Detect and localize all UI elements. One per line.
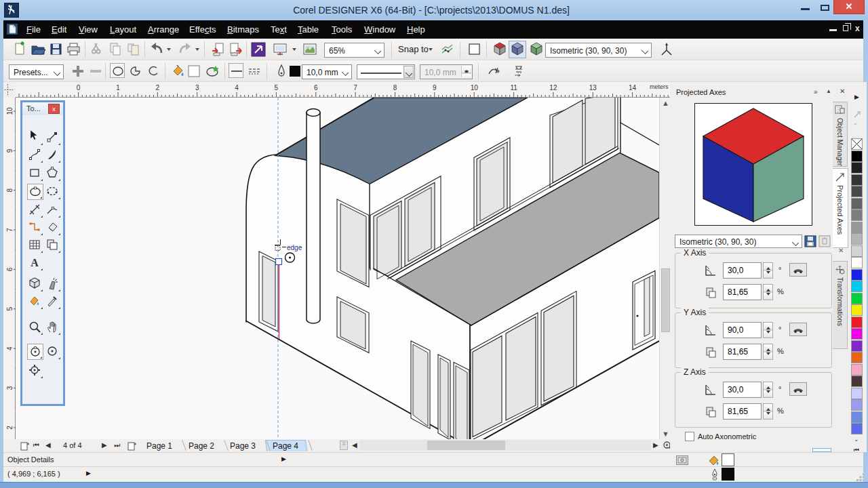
svg-text:1: 1 — [116, 84, 120, 92]
svg-text:4: 4 — [235, 84, 239, 92]
svg-text:11: 11 — [510, 84, 517, 92]
svg-text:13: 13 — [589, 84, 597, 92]
svg-text:14: 14 — [629, 84, 637, 92]
svg-text:7: 7 — [353, 84, 357, 92]
svg-text:8: 8 — [6, 188, 14, 192]
svg-text:12: 12 — [549, 84, 557, 92]
svg-text:A: A — [31, 257, 39, 268]
svg-text:9: 9 — [6, 148, 14, 152]
svg-text:3: 3 — [6, 386, 14, 390]
svg-text:6: 6 — [6, 267, 14, 271]
svg-text:edge: edge — [287, 244, 302, 251]
svg-text:5: 5 — [275, 84, 279, 92]
svg-text:2: 2 — [6, 426, 14, 430]
svg-text:3: 3 — [195, 84, 199, 92]
svg-text:2: 2 — [156, 84, 160, 92]
svg-text:6: 6 — [314, 84, 318, 92]
svg-text:meters: meters — [650, 83, 669, 90]
svg-text:7: 7 — [6, 228, 14, 232]
svg-text:10: 10 — [6, 107, 14, 115]
svg-text:9: 9 — [433, 84, 437, 92]
svg-text:0: 0 — [77, 84, 81, 92]
svg-text:10: 10 — [471, 84, 479, 92]
svg-text:4: 4 — [6, 346, 14, 350]
svg-text:5: 5 — [6, 307, 14, 311]
svg-text:8: 8 — [393, 84, 397, 92]
